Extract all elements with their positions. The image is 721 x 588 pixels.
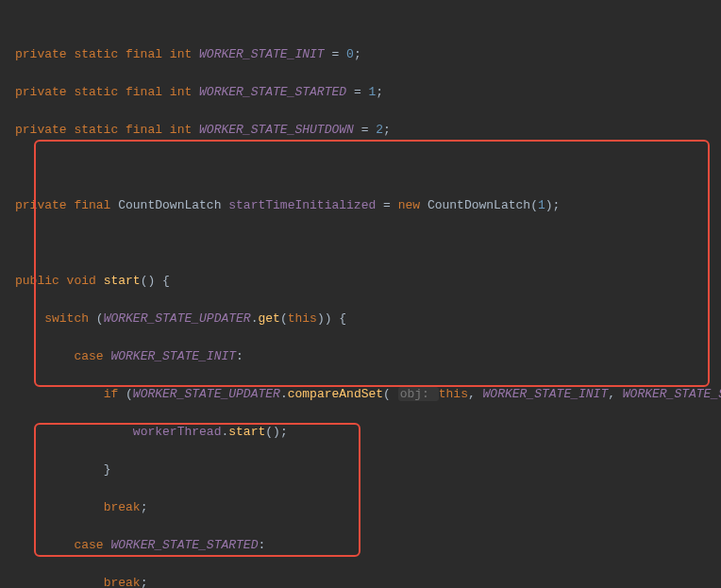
code-line: switch (WORKER_STATE_UPDATER.get(this)) …: [0, 310, 721, 328]
param-hint: obj:: [398, 387, 439, 401]
code-line: }: [0, 461, 721, 479]
code-line: case WORKER_STATE_STARTED:: [0, 536, 721, 555]
code-line: case WORKER_STATE_INIT:: [0, 347, 721, 366]
code-line: [0, 234, 721, 253]
code-line: break;: [0, 498, 721, 517]
code-line: private final CountDownLatch startTimeIn…: [0, 196, 721, 215]
code-line: if (WORKER_STATE_UPDATER.compareAndSet( …: [0, 385, 721, 404]
code-line: private static final int WORKER_STATE_IN…: [0, 45, 721, 64]
code-line: workerThread.start();: [0, 423, 721, 442]
code-line: private static final int WORKER_STATE_SH…: [0, 121, 721, 140]
code-editor[interactable]: private static final int WORKER_STATE_IN…: [0, 0, 721, 588]
code-line: private static final int WORKER_STATE_ST…: [0, 83, 721, 102]
code-line: break;: [0, 574, 721, 588]
code-line: public void start() {: [0, 272, 721, 291]
code-line: [0, 159, 721, 177]
